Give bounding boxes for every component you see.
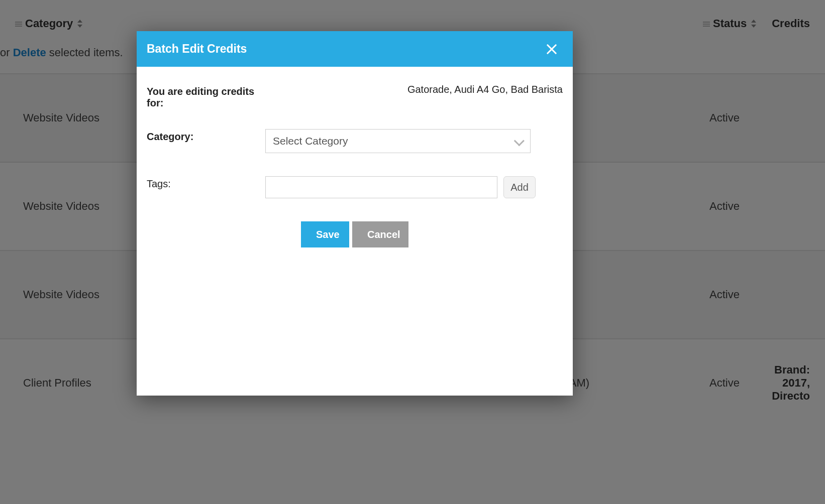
tags-label: Tags: [147,176,265,190]
modal-body: You are editing credits for: Gatorade, A… [137,67,573,247]
modal-header: Batch Edit Credits [137,31,573,67]
modal-actions: Save Cancel [147,221,563,247]
chevron-down-icon [514,139,523,144]
cancel-button[interactable]: Cancel [352,221,408,247]
category-select[interactable]: Select Category [265,129,531,153]
add-tag-button[interactable]: Add [503,176,536,198]
editing-for-value: Gatorade, Audi A4 Go, Bad Barista [407,84,563,95]
modal-title: Batch Edit Credits [147,42,247,56]
category-label: Category: [147,129,265,143]
tags-input[interactable] [265,176,497,198]
editing-for-label: You are editing credits for: [147,84,265,109]
save-button[interactable]: Save [301,221,349,247]
close-icon[interactable] [546,43,558,55]
batch-edit-credits-modal: Batch Edit Credits You are editing credi… [137,31,573,396]
category-select-placeholder: Select Category [273,135,348,147]
